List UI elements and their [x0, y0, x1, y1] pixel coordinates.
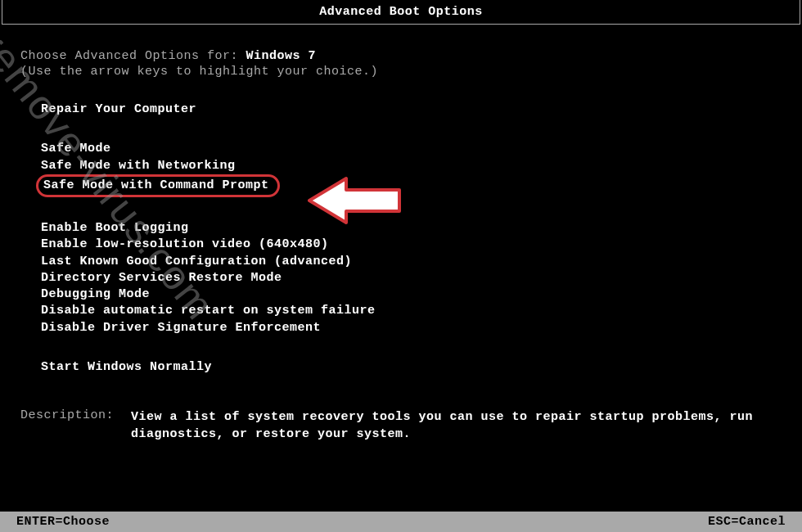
- menu-disable-restart[interactable]: Disable automatic restart on system fail…: [41, 303, 376, 319]
- menu-debugging[interactable]: Debugging Mode: [41, 286, 150, 303]
- menu-disable-sig[interactable]: Disable Driver Signature Enforcement: [41, 320, 321, 336]
- description-label: Description:: [20, 408, 131, 443]
- hint-text: (Use the arrow keys to highlight your ch…: [20, 65, 782, 79]
- description-block: Description: View a list of system recov…: [20, 408, 782, 443]
- menu-safe-mode[interactable]: Safe Mode: [41, 141, 111, 157]
- menu-low-res[interactable]: Enable low-resolution video (640x480): [41, 237, 329, 253]
- footer-bar: ENTER=Choose ESC=Cancel: [0, 512, 802, 532]
- footer-esc: ESC=Cancel: [708, 515, 786, 529]
- menu-safe-mode-cmd[interactable]: Safe Mode with Command Prompt: [36, 174, 280, 197]
- menu-boot-logging[interactable]: Enable Boot Logging: [41, 220, 189, 237]
- footer-enter: ENTER=Choose: [16, 515, 110, 529]
- page-title: Advanced Boot Options: [319, 5, 483, 19]
- menu-last-known[interactable]: Last Known Good Configuration (advanced): [41, 254, 352, 270]
- content-area: Choose Advanced Options for: Windows 7 (…: [0, 25, 802, 447]
- description-text: View a list of system recovery tools you…: [131, 408, 782, 443]
- menu-section: Repair Your Computer Safe Mode Safe Mode…: [20, 101, 782, 376]
- menu-safe-mode-net[interactable]: Safe Mode with Networking: [41, 158, 236, 174]
- os-name: Windows 7: [246, 49, 317, 63]
- menu-repair[interactable]: Repair Your Computer: [41, 101, 196, 118]
- choose-text: Choose Advanced Options for:: [20, 49, 246, 63]
- choose-prompt: Choose Advanced Options for: Windows 7: [20, 49, 782, 63]
- menu-start-normal[interactable]: Start Windows Normally: [41, 359, 212, 376]
- menu-dsrm[interactable]: Directory Services Restore Mode: [41, 270, 282, 286]
- title-bar: Advanced Boot Options: [2, 0, 800, 25]
